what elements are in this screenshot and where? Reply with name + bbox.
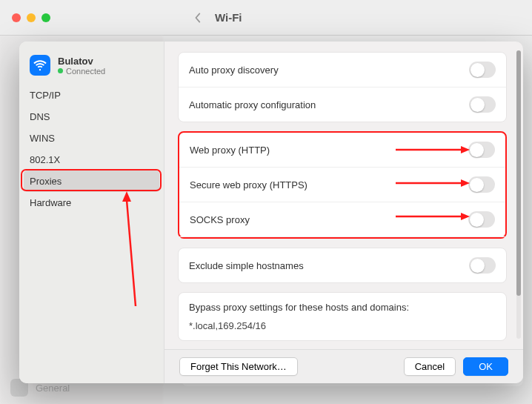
label-socks-proxy: SOCKS proxy xyxy=(190,214,468,225)
settings-group-bypass: Bypass proxy settings for these hosts an… xyxy=(178,292,507,341)
scrollbar[interactable] xyxy=(516,50,521,339)
titlebar: Wi-Fi xyxy=(0,0,532,36)
status-dot-icon xyxy=(58,68,63,73)
sidebar-item-proxies[interactable]: Proxies xyxy=(24,170,159,192)
row-socks-proxy: SOCKS proxy xyxy=(179,202,505,237)
sidebar-item-hardware[interactable]: Hardware xyxy=(19,192,164,213)
label-auto-discovery: Auto proxy discovery xyxy=(189,64,469,76)
row-web-proxy: Web proxy (HTTP) xyxy=(179,133,505,168)
close-icon[interactable] xyxy=(12,13,21,22)
label-exclude-simple: Exclude simple hostnames xyxy=(189,260,469,271)
toggle-auto-config[interactable] xyxy=(469,96,496,113)
sidebar-item-dns[interactable]: DNS xyxy=(19,106,164,128)
label-auto-config: Automatic proxy configuration xyxy=(189,99,469,110)
proxies-sheet: Bulatov Connected TCP/IP DNS WINS 802.1X… xyxy=(19,42,523,383)
wifi-icon xyxy=(30,55,50,76)
label-secure-proxy: Secure web proxy (HTTPS) xyxy=(190,179,468,191)
ok-button[interactable]: OK xyxy=(463,357,508,376)
minimize-icon[interactable] xyxy=(27,13,36,22)
page-title: Wi-Fi xyxy=(215,11,242,24)
sheet-footer: Forget This Network… Cancel OK xyxy=(164,349,523,383)
sidebar-item-tcpip[interactable]: TCP/IP xyxy=(19,85,164,106)
network-status-label: Connected xyxy=(66,67,105,76)
sidebar-item-wins[interactable]: WINS xyxy=(19,128,164,149)
scrollbar-thumb[interactable] xyxy=(516,50,521,296)
maximize-icon[interactable] xyxy=(41,13,50,22)
row-exclude-simple: Exclude simple hostnames xyxy=(179,248,506,282)
toggle-web-proxy[interactable] xyxy=(468,142,495,158)
network-header: Bulatov Connected xyxy=(19,49,164,85)
settings-window: Wi-Fi TP-Link_EA89 🔒 General Bulatov Con… xyxy=(0,0,532,404)
sheet-sidebar: Bulatov Connected TCP/IP DNS WINS 802.1X… xyxy=(19,42,164,383)
network-name: Bulatov xyxy=(58,56,105,67)
toggle-secure-proxy[interactable] xyxy=(468,176,495,193)
settings-group-auto: Auto proxy discovery Automatic proxy con… xyxy=(178,52,507,122)
toggle-socks-proxy[interactable] xyxy=(468,211,495,228)
sidebar-item-8021x[interactable]: 802.1X xyxy=(19,149,164,170)
sheet-main: Auto proxy discovery Automatic proxy con… xyxy=(164,42,523,383)
label-bypass: Bypass proxy settings for these hosts an… xyxy=(189,302,409,313)
row-secure-proxy: Secure web proxy (HTTPS) xyxy=(179,168,505,202)
settings-group-proxies-highlighted: Web proxy (HTTP) Secure web proxy (HTTPS… xyxy=(178,131,507,239)
settings-scroll-area[interactable]: Auto proxy discovery Automatic proxy con… xyxy=(164,42,523,349)
traffic-lights xyxy=(12,13,50,22)
row-auto-discovery: Auto proxy discovery xyxy=(179,53,506,87)
toggle-auto-discovery[interactable] xyxy=(469,62,496,78)
cancel-button[interactable]: Cancel xyxy=(404,357,456,376)
network-status: Connected xyxy=(58,67,105,76)
toggle-exclude-simple[interactable] xyxy=(469,257,496,274)
bypass-value[interactable]: *.local,169.254/16 xyxy=(189,319,266,331)
back-button[interactable] xyxy=(190,10,205,25)
background-general-label: General xyxy=(36,383,70,394)
row-auto-config: Automatic proxy configuration xyxy=(179,87,506,122)
label-web-proxy: Web proxy (HTTP) xyxy=(190,145,468,156)
row-bypass: Bypass proxy settings for these hosts an… xyxy=(179,293,506,340)
forget-network-button[interactable]: Forget This Network… xyxy=(179,357,298,376)
settings-group-exclude: Exclude simple hostnames xyxy=(178,248,507,283)
